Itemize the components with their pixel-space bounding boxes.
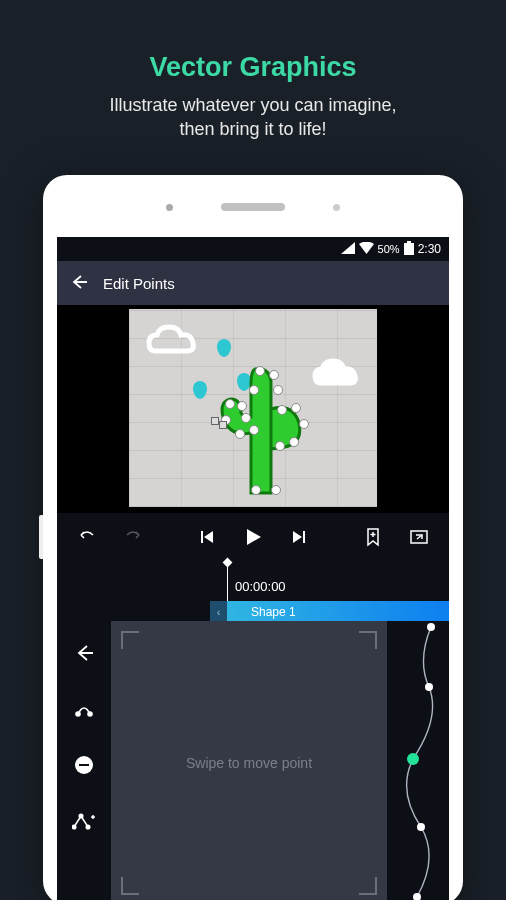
edit-point[interactable] xyxy=(225,399,235,409)
back-tool-icon[interactable] xyxy=(70,639,98,667)
app-header: Edit Points xyxy=(57,261,449,305)
svg-rect-3 xyxy=(303,531,305,543)
timecode-label: 00:00:00 xyxy=(235,579,286,594)
convert-point-icon[interactable] xyxy=(70,695,98,723)
header-title: Edit Points xyxy=(103,275,175,292)
edit-point[interactable] xyxy=(235,429,245,439)
svg-rect-2 xyxy=(201,531,203,543)
svg-point-6 xyxy=(88,712,92,716)
curve-panel[interactable] xyxy=(387,621,449,900)
edit-handle[interactable] xyxy=(211,417,219,425)
svg-point-5 xyxy=(76,712,80,716)
shape-track[interactable]: Shape 1 xyxy=(227,601,449,623)
edit-point[interactable] xyxy=(269,370,279,380)
battery-percent: 50% xyxy=(378,243,400,255)
wifi-icon xyxy=(359,242,374,257)
edit-point[interactable] xyxy=(249,385,259,395)
battery-icon xyxy=(404,241,414,258)
svg-point-10 xyxy=(427,623,435,631)
phone-camera xyxy=(166,204,173,211)
hero-subtitle-line1: Illustrate whatever you can imagine, xyxy=(109,95,396,115)
shape-track-label: Shape 1 xyxy=(251,605,296,619)
swipe-area[interactable]: Swipe to move point xyxy=(111,621,387,900)
redo-icon[interactable] xyxy=(119,527,147,547)
svg-point-12 xyxy=(407,753,419,765)
timeline[interactable]: 00:00:00 ‹ Shape 1 xyxy=(57,561,449,621)
app-screen: 50% 2:30 Edit Points xyxy=(57,237,449,900)
playback-bar xyxy=(57,513,449,561)
editor-panel: Swipe to move point xyxy=(57,621,449,900)
cloud-shape-1[interactable] xyxy=(145,323,201,359)
phone-frame: 50% 2:30 Edit Points xyxy=(43,175,463,900)
cellular-icon xyxy=(341,242,355,257)
edit-point[interactable] xyxy=(273,385,283,395)
hero-subtitle: Illustrate whatever you can imagine, the… xyxy=(0,93,506,142)
svg-point-8 xyxy=(79,814,83,818)
phone-side-button xyxy=(39,515,43,559)
fullscreen-icon[interactable] xyxy=(405,527,433,547)
tool-rail xyxy=(57,621,111,900)
edit-point[interactable] xyxy=(299,419,309,429)
canvas-area[interactable] xyxy=(57,305,449,513)
corner-marker xyxy=(121,877,139,895)
edit-point[interactable] xyxy=(275,441,285,451)
swipe-hint-label: Swipe to move point xyxy=(186,755,312,771)
back-icon[interactable] xyxy=(69,272,89,295)
status-bar: 50% 2:30 xyxy=(57,237,449,261)
canvas-image[interactable] xyxy=(129,309,377,507)
phone-sensor xyxy=(333,204,340,211)
svg-rect-0 xyxy=(407,241,411,243)
play-icon[interactable] xyxy=(239,526,267,548)
edit-point[interactable] xyxy=(251,485,261,495)
edit-point[interactable] xyxy=(237,401,247,411)
svg-point-9 xyxy=(86,825,90,829)
curve-graph[interactable] xyxy=(387,621,449,900)
edit-handle[interactable] xyxy=(219,421,227,429)
svg-point-13 xyxy=(417,823,425,831)
edit-point[interactable] xyxy=(249,425,259,435)
edit-point[interactable] xyxy=(277,405,287,415)
corner-marker xyxy=(121,631,139,649)
corner-marker xyxy=(359,631,377,649)
remove-point-icon[interactable] xyxy=(70,751,98,779)
cactus-shape[interactable] xyxy=(205,363,315,507)
bookmark-add-icon[interactable] xyxy=(359,527,387,547)
undo-icon[interactable] xyxy=(73,527,101,547)
hero-subtitle-line2: then bring it to life! xyxy=(179,119,326,139)
edit-point[interactable] xyxy=(255,366,265,376)
corner-marker xyxy=(359,877,377,895)
phone-speaker xyxy=(221,203,285,211)
edit-point[interactable] xyxy=(241,413,251,423)
edit-point[interactable] xyxy=(271,485,281,495)
svg-point-14 xyxy=(413,893,421,900)
track-collapse-icon[interactable]: ‹ xyxy=(210,601,227,623)
edit-point[interactable] xyxy=(291,403,301,413)
svg-rect-1 xyxy=(404,243,414,255)
add-point-icon[interactable] xyxy=(70,807,98,835)
edit-point[interactable] xyxy=(289,437,299,447)
cloud-shape-2[interactable] xyxy=(311,357,363,389)
clock-time: 2:30 xyxy=(418,242,441,256)
skip-end-icon[interactable] xyxy=(285,526,313,548)
skip-start-icon[interactable] xyxy=(193,526,221,548)
svg-point-7 xyxy=(72,825,76,829)
svg-point-11 xyxy=(425,683,433,691)
hero-title: Vector Graphics xyxy=(0,0,506,83)
